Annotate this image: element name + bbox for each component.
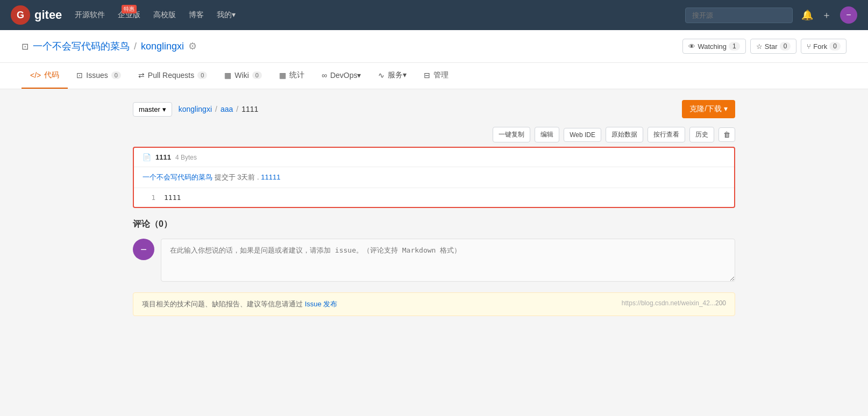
- breadcrumb: master ▾ konglingxi / aaa / 1111: [133, 102, 258, 117]
- breadcrumb-folder[interactable]: aaa: [220, 105, 233, 113]
- commit-sep: .: [257, 173, 259, 181]
- manage-icon: ⊟: [424, 71, 430, 80]
- comment-input-row: −: [133, 239, 735, 282]
- tab-services[interactable]: ∿ 服务▾: [369, 63, 415, 89]
- comment-input[interactable]: [161, 239, 735, 282]
- repo-actions: 👁 Watching 1 ☆ Star 0 ⑂ Fork 0: [682, 39, 846, 54]
- breadcrumb-owner[interactable]: konglingxi: [179, 105, 212, 113]
- file-name: 1111: [155, 153, 171, 161]
- footer-note: 200 项目相关的技术问题、缺陷报告、建议等信息请通过 Issue 发布 htt…: [133, 292, 735, 316]
- tab-stats[interactable]: ▦ 统计: [271, 63, 313, 89]
- fork-icon: ⑂: [807, 42, 811, 51]
- wiki-icon: ▦: [224, 71, 231, 80]
- repo-name-link[interactable]: konglingxi: [141, 41, 184, 52]
- branch-selector[interactable]: master ▾: [133, 102, 172, 117]
- repo-title: ⊡ 一个不会写代码的菜鸟 / konglingxi ⚙: [22, 40, 197, 53]
- logo[interactable]: G gitee: [11, 5, 62, 25]
- issues-icon: ⊡: [76, 71, 83, 80]
- issues-count: 0: [111, 71, 121, 79]
- eye-icon: 👁: [688, 42, 695, 51]
- nav-university[interactable]: 高校版: [153, 10, 176, 20]
- fork-count: 0: [829, 42, 841, 51]
- bell-icon[interactable]: 🔔: [801, 9, 813, 21]
- main-content: master ▾ konglingxi / aaa / 1111 克隆/下载 ▾…: [111, 89, 757, 327]
- hot-badge: 特惠: [122, 5, 137, 13]
- tab-pr-label: Pull Requests: [148, 71, 194, 80]
- tab-devops[interactable]: ∞ DevOps▾: [313, 63, 370, 89]
- tab-code-label: 代码: [44, 70, 59, 80]
- tab-manage-label: 管理: [433, 70, 449, 80]
- repo-owner-link[interactable]: 一个不会写代码的菜鸟: [33, 40, 130, 53]
- star-button[interactable]: ☆ Star 0: [750, 39, 797, 54]
- commit-time: 提交于 3天前: [215, 173, 255, 181]
- footer-url-preview: https://blog.csdn.net/weixin_42...: [622, 299, 715, 307]
- navbar: G gitee 开源软件 企业版 特惠 高校版 博客 我的▾ 🔔 ＋ −: [0, 0, 868, 30]
- tab-stats-label: 统计: [289, 70, 304, 80]
- tab-pr[interactable]: ⇄ Pull Requests 0: [130, 63, 216, 89]
- star-label: Star: [765, 42, 778, 51]
- breadcrumb-row: master ▾ konglingxi / aaa / 1111 克隆/下载 ▾: [133, 100, 735, 118]
- history-button[interactable]: 历史: [689, 127, 714, 142]
- nav-blog[interactable]: 博客: [189, 10, 204, 20]
- clone-download-button[interactable]: 克隆/下载 ▾: [682, 100, 735, 118]
- line-1: 1 1111: [143, 193, 725, 202]
- search-input[interactable]: [685, 8, 793, 23]
- fork-button[interactable]: ⑂ Fork 0: [801, 39, 846, 54]
- tab-services-label: 服务▾: [388, 70, 407, 80]
- comment-title: 评论（0）: [133, 219, 735, 230]
- breadcrumb-file: 1111: [241, 105, 258, 113]
- star-count: 0: [780, 42, 791, 51]
- file-meta: 一个不会写代码的菜鸟 提交于 3天前 . 11111: [134, 167, 734, 188]
- fork-label: Fork: [813, 42, 827, 51]
- plus-icon[interactable]: ＋: [822, 9, 831, 21]
- repo-icon: ⊡: [22, 41, 29, 52]
- blame-button[interactable]: 按行查看: [648, 127, 685, 142]
- delete-button[interactable]: 🗑: [718, 127, 735, 142]
- raw-button[interactable]: 原始数据: [606, 127, 643, 142]
- nav-mine[interactable]: 我的▾: [217, 10, 236, 20]
- watch-label: Watching: [698, 42, 727, 51]
- logo-circle: G: [11, 5, 30, 25]
- navbar-right: 🔔 ＋ −: [685, 6, 857, 24]
- nav-enterprise[interactable]: 企业版 特惠: [118, 10, 140, 20]
- pr-icon: ⇄: [138, 71, 145, 80]
- tab-manage[interactable]: ⊟ 管理: [415, 63, 457, 89]
- file-body: 1 1111: [134, 188, 734, 207]
- tab-issues-label: Issues: [86, 71, 108, 80]
- file-header: 📄 1111 4 Bytes: [134, 148, 734, 167]
- branch-label: master: [139, 105, 160, 113]
- copy-button[interactable]: 一键复制: [493, 127, 530, 142]
- repo-header: ⊡ 一个不会写代码的菜鸟 / konglingxi ⚙ 👁 Watching 1…: [0, 30, 868, 63]
- file-view: 📄 1111 4 Bytes 一个不会写代码的菜鸟 提交于 3天前 . 1111…: [133, 147, 735, 208]
- services-icon: ∿: [378, 71, 385, 80]
- nav-open-source[interactable]: 开源软件: [75, 10, 105, 20]
- footer-text: 项目相关的技术问题、缺陷报告、建议等信息请通过: [142, 300, 303, 308]
- watch-button[interactable]: 👁 Watching 1: [682, 39, 745, 54]
- edit-button[interactable]: 编辑: [535, 127, 559, 142]
- tab-issues[interactable]: ⊡ Issues 0: [68, 63, 130, 89]
- comment-avatar: −: [133, 239, 154, 260]
- pr-count: 0: [197, 71, 207, 79]
- trash-icon: 🗑: [723, 131, 730, 139]
- clone-label: 克隆/下载 ▾: [689, 104, 728, 114]
- tab-wiki[interactable]: ▦ Wiki 0: [216, 63, 271, 89]
- commit-hash-link[interactable]: 11111: [261, 173, 280, 181]
- issue-link[interactable]: Issue 发布: [305, 300, 338, 308]
- comment-section: 评论（0） −: [133, 219, 735, 282]
- code-icon: </>: [30, 71, 41, 80]
- wiki-count: 0: [252, 71, 262, 79]
- tab-devops-label: DevOps▾: [330, 71, 361, 80]
- file-size: 4 Bytes: [175, 154, 197, 161]
- line-content-1: 1111: [164, 193, 181, 202]
- repo-tabs: </> 代码 ⊡ Issues 0 ⇄ Pull Requests 0 ▦ Wi…: [0, 63, 868, 89]
- webide-button[interactable]: Web IDE: [564, 128, 601, 142]
- devops-icon: ∞: [322, 71, 327, 80]
- file-author-link[interactable]: 一个不会写代码的菜鸟: [143, 173, 212, 181]
- tab-code[interactable]: </> 代码: [22, 63, 68, 89]
- avatar[interactable]: −: [840, 6, 857, 24]
- breadcrumb-sep2: /: [215, 105, 217, 113]
- stats-icon: ▦: [279, 71, 286, 80]
- tab-wiki-label: Wiki: [234, 71, 248, 80]
- chevron-down-icon: ▾: [162, 105, 166, 113]
- repo-settings-icon[interactable]: ⚙: [188, 40, 197, 52]
